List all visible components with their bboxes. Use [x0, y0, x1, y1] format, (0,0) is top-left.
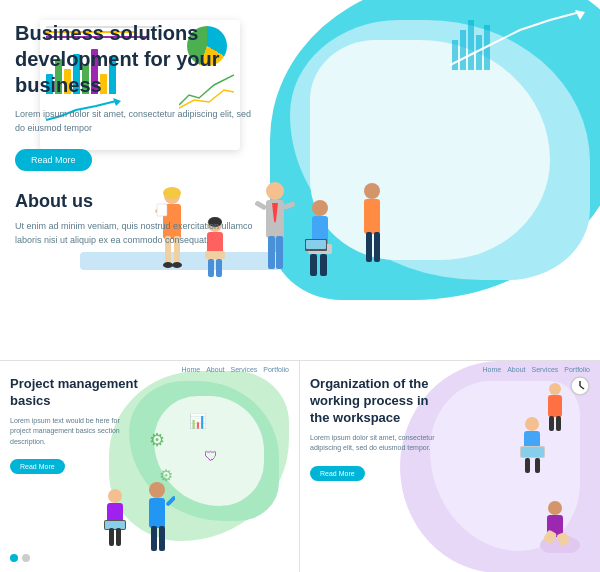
- svg-rect-20: [208, 259, 214, 277]
- svg-point-66: [548, 501, 562, 515]
- nav-portfolio[interactable]: Portfolio: [263, 366, 289, 373]
- svg-rect-33: [306, 240, 326, 249]
- bl-person-2: [140, 481, 175, 560]
- svg-rect-37: [364, 199, 380, 234]
- svg-point-44: [108, 489, 122, 503]
- person-5: [355, 181, 390, 280]
- nav-home-r[interactable]: Home: [482, 366, 501, 373]
- svg-text:⚙: ⚙: [149, 430, 165, 450]
- nav-portfolio-r[interactable]: Portfolio: [564, 366, 590, 373]
- br-person-2: [515, 416, 550, 480]
- presenter-person: [255, 181, 295, 285]
- svg-point-13: [172, 262, 182, 268]
- bottom-right-section: Home About Services Portfolio Organizati…: [300, 360, 600, 572]
- person-4: [300, 199, 340, 288]
- svg-rect-51: [149, 498, 165, 528]
- nav-services-r[interactable]: Services: [531, 366, 558, 373]
- svg-rect-19: [205, 251, 225, 259]
- svg-point-29: [312, 200, 328, 216]
- clock-icon: [570, 376, 590, 400]
- svg-rect-48: [109, 528, 114, 546]
- nav-about[interactable]: About: [206, 366, 224, 373]
- svg-rect-39: [374, 232, 380, 262]
- nav-services[interactable]: Services: [230, 366, 257, 373]
- svg-rect-62: [521, 447, 544, 457]
- org-title: Organization of the working process in t…: [310, 376, 450, 427]
- svg-rect-35: [320, 254, 327, 276]
- nav-dots: [10, 554, 30, 562]
- svg-rect-49: [116, 528, 121, 546]
- org-subtext: Lorem ipsum dolor sit amet, consectetur …: [310, 433, 450, 454]
- svg-rect-63: [525, 458, 530, 473]
- svg-point-59: [525, 417, 539, 431]
- org-content: Organization of the working process in t…: [310, 376, 450, 481]
- svg-rect-54: [165, 495, 175, 506]
- svg-rect-26: [276, 236, 283, 269]
- main-headline: Business solutions development for your …: [15, 20, 255, 98]
- nav-home[interactable]: Home: [181, 366, 200, 373]
- svg-rect-52: [151, 526, 157, 551]
- svg-rect-64: [535, 458, 540, 473]
- project-title: Project management basics: [10, 376, 140, 410]
- svg-rect-2: [468, 20, 474, 70]
- bottom-row: Home About Services Portfolio Project ma…: [0, 360, 600, 572]
- svg-rect-53: [159, 526, 165, 551]
- svg-rect-25: [268, 236, 275, 269]
- svg-rect-21: [216, 259, 222, 277]
- project-content: Project management basics Lorem ipsum te…: [10, 376, 140, 474]
- svg-rect-1: [460, 30, 466, 70]
- bottom-left-nav: Home About Services Portfolio: [181, 366, 289, 373]
- dot-active[interactable]: [10, 554, 18, 562]
- project-subtext: Lorem ipsum text would be here for proje…: [10, 416, 140, 448]
- svg-text:🛡: 🛡: [204, 448, 218, 464]
- svg-rect-56: [548, 395, 562, 417]
- about-us-text: Ut enim ad minim veniam, quis nostrud ex…: [15, 220, 255, 247]
- svg-point-22: [266, 182, 284, 200]
- dot-inactive-1[interactable]: [22, 554, 30, 562]
- svg-point-36: [364, 183, 380, 199]
- about-us-title: About us: [15, 191, 255, 212]
- main-subtext: Lorem ipsum dolor sit amet, consectetur …: [15, 108, 255, 135]
- read-more-button[interactable]: Read More: [15, 149, 92, 171]
- svg-point-50: [149, 482, 165, 498]
- background-chart: [450, 10, 590, 70]
- svg-rect-0: [452, 40, 458, 70]
- svg-point-12: [163, 262, 173, 268]
- top-section: Business solutions development for your …: [0, 0, 600, 360]
- bottom-left-section: Home About Services Portfolio Project ma…: [0, 360, 300, 572]
- svg-marker-5: [575, 10, 585, 20]
- br-person-3: [530, 493, 580, 557]
- bl-person-1: [100, 488, 130, 557]
- org-read-more[interactable]: Read More: [310, 466, 365, 481]
- svg-point-55: [549, 383, 561, 395]
- svg-rect-58: [556, 416, 561, 431]
- svg-text:📊: 📊: [189, 413, 207, 430]
- svg-rect-34: [310, 254, 317, 276]
- svg-rect-27: [255, 200, 267, 210]
- svg-rect-38: [366, 232, 372, 262]
- svg-rect-47: [105, 521, 125, 529]
- nav-about-r[interactable]: About: [507, 366, 525, 373]
- svg-rect-28: [283, 201, 295, 210]
- project-read-more[interactable]: Read More: [10, 459, 65, 474]
- left-content: Business solutions development for your …: [15, 20, 255, 247]
- bottom-right-nav: Home About Services Portfolio: [482, 366, 590, 373]
